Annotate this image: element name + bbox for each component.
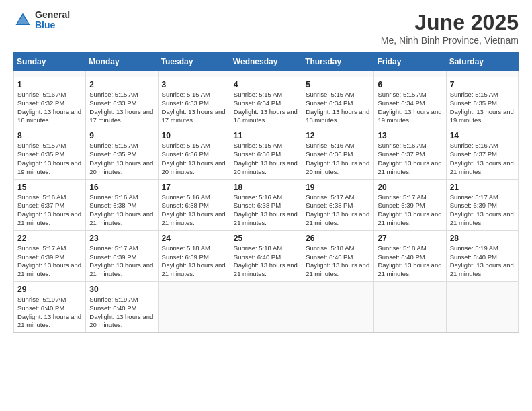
day-info: Sunrise: 5:15 AMSunset: 6:36 PMDaylight:… xyxy=(234,142,298,176)
day-cell xyxy=(230,71,302,77)
day-cell: 5Sunrise: 5:15 AMSunset: 6:34 PMDaylight… xyxy=(302,77,374,128)
day-number: 16 xyxy=(89,183,154,192)
day-number: 9 xyxy=(89,131,154,140)
day-info: Sunrise: 5:17 AMSunset: 6:39 PMDaylight:… xyxy=(450,193,515,228)
day-cell xyxy=(158,282,230,333)
day-number: 10 xyxy=(162,131,226,140)
day-cell: 18Sunrise: 5:16 AMSunset: 6:38 PMDayligh… xyxy=(230,179,302,230)
day-cell: 3Sunrise: 5:15 AMSunset: 6:33 PMDaylight… xyxy=(158,77,230,128)
day-number: 12 xyxy=(306,131,370,140)
day-number: 30 xyxy=(89,285,154,294)
day-info: Sunrise: 5:15 AMSunset: 6:35 PMDaylight:… xyxy=(89,142,154,176)
day-cell: 4Sunrise: 5:15 AMSunset: 6:34 PMDaylight… xyxy=(230,77,302,128)
week-row-3: 8Sunrise: 5:15 AMSunset: 6:35 PMDaylight… xyxy=(14,128,519,179)
day-number: 18 xyxy=(234,183,298,192)
day-info: Sunrise: 5:16 AMSunset: 6:38 PMDaylight:… xyxy=(234,193,298,228)
day-info: Sunrise: 5:17 AMSunset: 6:39 PMDaylight:… xyxy=(378,193,442,228)
day-cell: 16Sunrise: 5:16 AMSunset: 6:38 PMDayligh… xyxy=(86,179,158,230)
page: General Blue June 2025 Me, Ninh Binh Pro… xyxy=(0,0,532,411)
day-info: Sunrise: 5:19 AMSunset: 6:40 PMDaylight:… xyxy=(17,295,82,330)
day-info: Sunrise: 5:16 AMSunset: 6:38 PMDaylight:… xyxy=(89,193,154,228)
header: General Blue June 2025 Me, Ninh Binh Pro… xyxy=(13,10,519,46)
day-number: 1 xyxy=(17,80,82,89)
day-cell xyxy=(14,71,86,77)
day-cell: 7Sunrise: 5:15 AMSunset: 6:35 PMDaylight… xyxy=(446,77,518,128)
day-cell xyxy=(302,71,374,77)
title-area: June 2025 Me, Ninh Binh Province, Vietna… xyxy=(381,10,519,46)
day-number: 13 xyxy=(378,131,442,140)
day-info: Sunrise: 5:16 AMSunset: 6:36 PMDaylight:… xyxy=(306,142,370,176)
day-cell xyxy=(446,71,518,77)
logo-text: General Blue xyxy=(35,10,70,31)
day-info: Sunrise: 5:15 AMSunset: 6:34 PMDaylight:… xyxy=(234,91,298,125)
logo-icon xyxy=(13,11,32,30)
day-cell xyxy=(230,282,302,333)
week-row-5: 22Sunrise: 5:17 AMSunset: 6:39 PMDayligh… xyxy=(14,230,519,281)
day-cell xyxy=(158,71,230,77)
day-number: 7 xyxy=(450,80,515,89)
day-number: 24 xyxy=(162,234,226,243)
day-number: 14 xyxy=(450,131,515,140)
col-header-tuesday: Tuesday xyxy=(158,53,230,71)
day-info: Sunrise: 5:19 AMSunset: 6:40 PMDaylight:… xyxy=(450,244,515,279)
day-number: 29 xyxy=(17,285,82,294)
day-info: Sunrise: 5:15 AMSunset: 6:35 PMDaylight:… xyxy=(450,91,515,125)
col-header-sunday: Sunday xyxy=(14,53,86,71)
day-cell: 28Sunrise: 5:19 AMSunset: 6:40 PMDayligh… xyxy=(446,230,518,281)
day-info: Sunrise: 5:18 AMSunset: 6:40 PMDaylight:… xyxy=(234,244,298,279)
day-cell: 9Sunrise: 5:15 AMSunset: 6:35 PMDaylight… xyxy=(86,128,158,179)
col-header-saturday: Saturday xyxy=(446,53,518,71)
day-info: Sunrise: 5:17 AMSunset: 6:39 PMDaylight:… xyxy=(17,244,82,279)
day-info: Sunrise: 5:16 AMSunset: 6:37 PMDaylight:… xyxy=(17,193,82,228)
day-info: Sunrise: 5:16 AMSunset: 6:38 PMDaylight:… xyxy=(162,193,226,228)
day-number: 11 xyxy=(234,131,298,140)
day-number: 28 xyxy=(450,234,515,243)
day-number: 2 xyxy=(89,80,154,89)
day-info: Sunrise: 5:16 AMSunset: 6:37 PMDaylight:… xyxy=(450,142,515,176)
day-info: Sunrise: 5:15 AMSunset: 6:36 PMDaylight:… xyxy=(162,142,226,176)
day-cell: 30Sunrise: 5:19 AMSunset: 6:40 PMDayligh… xyxy=(86,282,158,333)
day-info: Sunrise: 5:16 AMSunset: 6:37 PMDaylight:… xyxy=(378,142,442,176)
day-cell: 17Sunrise: 5:16 AMSunset: 6:38 PMDayligh… xyxy=(158,179,230,230)
day-cell: 13Sunrise: 5:16 AMSunset: 6:37 PMDayligh… xyxy=(374,128,446,179)
day-info: Sunrise: 5:17 AMSunset: 6:39 PMDaylight:… xyxy=(89,244,154,279)
day-cell xyxy=(446,282,518,333)
day-cell xyxy=(302,282,374,333)
week-row-4: 15Sunrise: 5:16 AMSunset: 6:37 PMDayligh… xyxy=(14,179,519,230)
day-cell xyxy=(86,71,158,77)
day-number: 25 xyxy=(234,234,298,243)
calendar-table: SundayMondayTuesdayWednesdayThursdayFrid… xyxy=(13,52,519,333)
day-cell: 26Sunrise: 5:18 AMSunset: 6:40 PMDayligh… xyxy=(302,230,374,281)
day-number: 5 xyxy=(306,80,370,89)
day-info: Sunrise: 5:15 AMSunset: 6:34 PMDaylight:… xyxy=(378,91,442,125)
day-number: 6 xyxy=(378,80,442,89)
week-row-1 xyxy=(14,71,519,77)
day-cell: 11Sunrise: 5:15 AMSunset: 6:36 PMDayligh… xyxy=(230,128,302,179)
day-info: Sunrise: 5:18 AMSunset: 6:40 PMDaylight:… xyxy=(306,244,370,279)
logo: General Blue xyxy=(13,10,70,31)
subtitle: Me, Ninh Binh Province, Vietnam xyxy=(381,35,519,46)
day-cell: 1Sunrise: 5:16 AMSunset: 6:32 PMDaylight… xyxy=(14,77,86,128)
day-cell: 6Sunrise: 5:15 AMSunset: 6:34 PMDaylight… xyxy=(374,77,446,128)
day-number: 17 xyxy=(162,183,226,192)
day-cell: 8Sunrise: 5:15 AMSunset: 6:35 PMDaylight… xyxy=(14,128,86,179)
day-number: 20 xyxy=(378,183,442,192)
week-row-6: 29Sunrise: 5:19 AMSunset: 6:40 PMDayligh… xyxy=(14,282,519,333)
col-header-friday: Friday xyxy=(374,53,446,71)
day-info: Sunrise: 5:15 AMSunset: 6:33 PMDaylight:… xyxy=(162,91,226,125)
day-cell: 12Sunrise: 5:16 AMSunset: 6:36 PMDayligh… xyxy=(302,128,374,179)
day-cell: 15Sunrise: 5:16 AMSunset: 6:37 PMDayligh… xyxy=(14,179,86,230)
day-number: 26 xyxy=(306,234,370,243)
day-number: 8 xyxy=(17,131,82,140)
day-info: Sunrise: 5:19 AMSunset: 6:40 PMDaylight:… xyxy=(89,295,154,330)
day-info: Sunrise: 5:18 AMSunset: 6:40 PMDaylight:… xyxy=(378,244,442,279)
day-info: Sunrise: 5:15 AMSunset: 6:34 PMDaylight:… xyxy=(306,91,370,125)
day-cell: 25Sunrise: 5:18 AMSunset: 6:40 PMDayligh… xyxy=(230,230,302,281)
day-cell: 27Sunrise: 5:18 AMSunset: 6:40 PMDayligh… xyxy=(374,230,446,281)
day-cell: 14Sunrise: 5:16 AMSunset: 6:37 PMDayligh… xyxy=(446,128,518,179)
week-row-2: 1Sunrise: 5:16 AMSunset: 6:32 PMDaylight… xyxy=(14,77,519,128)
day-cell: 20Sunrise: 5:17 AMSunset: 6:39 PMDayligh… xyxy=(374,179,446,230)
day-info: Sunrise: 5:15 AMSunset: 6:35 PMDaylight:… xyxy=(17,142,82,176)
col-header-monday: Monday xyxy=(86,53,158,71)
month-title: June 2025 xyxy=(381,10,519,35)
